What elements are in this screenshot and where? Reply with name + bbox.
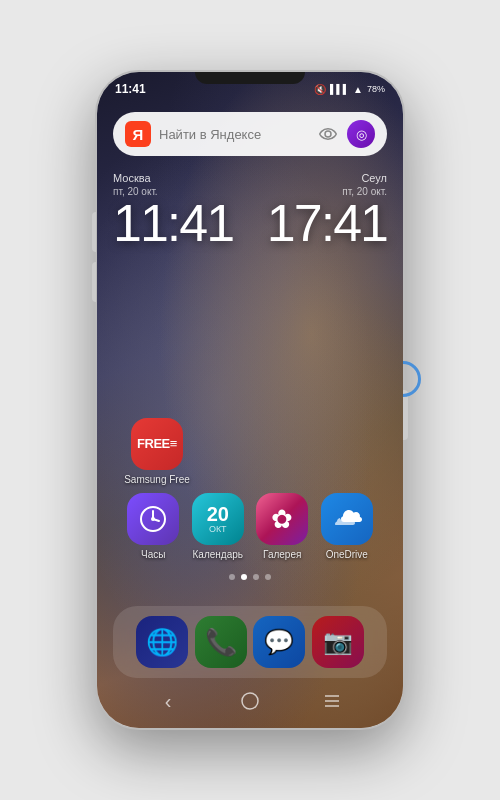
svg-point-0 <box>325 131 331 137</box>
dock-messages[interactable]: 💬 <box>253 616 305 668</box>
clock-left: Москва пт, 20 окт. 11:41 <box>113 172 240 249</box>
volume-down-button[interactable] <box>92 262 96 302</box>
phone-frame: 11:41 🔇 ▌▌▌ ▲ 78% Я Найти в Яндексе ◎ <box>95 70 405 730</box>
wifi-icon: ▲ <box>353 84 363 95</box>
status-time: 11:41 <box>115 82 146 96</box>
mute-icon: 🔇 <box>314 84 326 95</box>
time-right: 17:41 <box>260 197 387 249</box>
clock-label: Часы <box>141 549 165 560</box>
yandex-logo: Я <box>125 121 151 147</box>
nav-bar: ‹ <box>97 682 403 720</box>
battery-icon: 78% <box>367 84 385 94</box>
svg-point-5 <box>242 693 258 709</box>
search-input[interactable]: Найти в Яндексе <box>159 127 309 142</box>
app-gallery[interactable]: ✿ Галерея <box>250 493 315 560</box>
onedrive-icon <box>321 493 373 545</box>
dock: 🌐 📞 💬 📷 <box>113 606 387 678</box>
dock-phone[interactable]: 📞 <box>195 616 247 668</box>
status-icons: 🔇 ▌▌▌ ▲ 78% <box>314 84 385 95</box>
app-row-2: Часы 20 ОКТ Календарь ✿ <box>121 493 379 560</box>
camera-search-icon[interactable] <box>317 123 339 145</box>
home-button[interactable] <box>235 686 265 716</box>
onedrive-label: OneDrive <box>326 549 368 560</box>
clock-widget: Москва пт, 20 окт. 11:41 Сеул пт, 20 окт… <box>113 172 387 249</box>
app-row-1: FREE≡ Samsung Free <box>121 418 379 485</box>
dock-internet[interactable]: 🌐 <box>136 616 188 668</box>
calendar-label: Календарь <box>193 549 243 560</box>
clock-right: Сеул пт, 20 окт. 17:41 <box>260 172 387 249</box>
page-indicators <box>97 574 403 580</box>
city-left: Москва <box>113 172 240 184</box>
app-clock[interactable]: Часы <box>121 493 186 560</box>
svg-point-4 <box>151 517 155 521</box>
samsung-free-label: Samsung Free <box>124 474 190 485</box>
calendar-icon: 20 ОКТ <box>192 493 244 545</box>
gallery-label: Галерея <box>263 549 301 560</box>
city-right: Сеул <box>260 172 387 184</box>
app-grid: FREE≡ Samsung Free <box>97 418 403 568</box>
indicator-1 <box>229 574 235 580</box>
calendar-date: 20 <box>207 504 229 524</box>
clock-icon <box>127 493 179 545</box>
power-button[interactable] <box>403 390 408 440</box>
volume-up-button[interactable] <box>92 212 96 252</box>
gallery-icon: ✿ <box>256 493 308 545</box>
dock-camera[interactable]: 📷 <box>312 616 364 668</box>
app-onedrive[interactable]: OneDrive <box>315 493 380 560</box>
app-samsung-free[interactable]: FREE≡ Samsung Free <box>121 418 193 485</box>
alice-icon[interactable]: ◎ <box>347 120 375 148</box>
recent-button[interactable] <box>317 686 347 716</box>
back-button[interactable]: ‹ <box>153 686 183 716</box>
samsung-free-icon: FREE≡ <box>131 418 183 470</box>
calendar-month: ОКТ <box>209 524 227 534</box>
search-bar[interactable]: Я Найти в Яндексе ◎ <box>113 112 387 156</box>
app-calendar[interactable]: 20 ОКТ Календарь <box>186 493 251 560</box>
notch <box>195 72 305 84</box>
indicator-4 <box>265 574 271 580</box>
indicator-2 <box>241 574 247 580</box>
indicator-3 <box>253 574 259 580</box>
samsung-free-text: FREE≡ <box>137 437 177 451</box>
phone-screen: 11:41 🔇 ▌▌▌ ▲ 78% Я Найти в Яндексе ◎ <box>97 72 403 728</box>
signal-icon: ▌▌▌ <box>330 84 349 94</box>
time-left: 11:41 <box>113 197 240 249</box>
